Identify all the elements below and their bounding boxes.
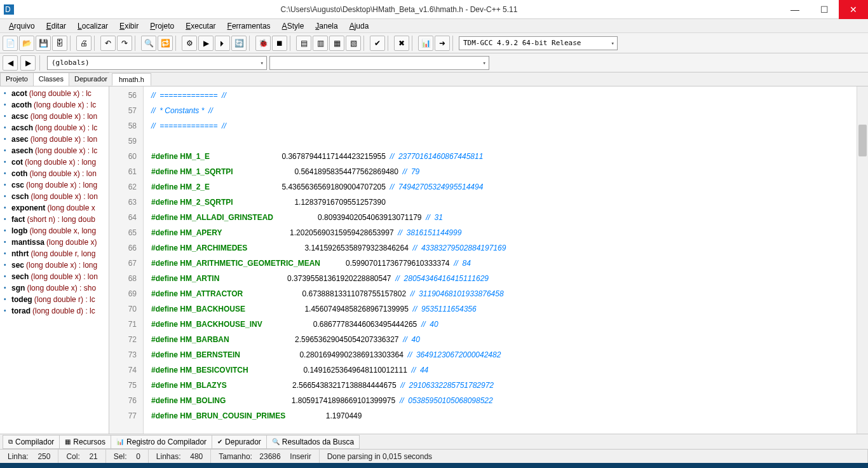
goto-button[interactable]: ➜ xyxy=(435,36,450,51)
symbol-asec[interactable]: asec (long double x) : lon xyxy=(0,134,109,145)
sidebar-tabs: ProjetoClassesDepurador xyxy=(0,72,109,86)
menu-arquivo[interactable]: Arquivo xyxy=(4,20,40,32)
editor-area: hmath.h 56575859606162636465666768697071… xyxy=(109,72,868,434)
symbol-exponent[interactable]: exponent (long double x xyxy=(0,202,109,214)
rebuild-button[interactable]: 🔄 xyxy=(231,36,247,51)
status-parse: Done parsing in 0,015 seconds xyxy=(320,450,868,463)
back-button[interactable]: ◀ xyxy=(3,55,18,71)
scope-selector[interactable]: (globals) xyxy=(47,56,267,70)
main-toolbar: 📄 📂 💾 🗄 🖨 ↶ ↷ 🔍 🔁 ⚙ ▶ ⏵ 🔄 🐞 ⏹ ▤ ▥ ▦ ▧ ✔ … xyxy=(0,33,868,53)
status-bar: Linha: 250 Col: 21 Sel: 0 Linhas: 480 Ta… xyxy=(0,449,868,463)
symbol-asech[interactable]: asech (long double x) : lc xyxy=(0,145,109,156)
maximize-button[interactable]: ☐ xyxy=(810,0,839,19)
symbol-acot[interactable]: acot (long double x) : lc xyxy=(0,88,109,99)
minimize-button[interactable]: — xyxy=(780,0,810,19)
sidebar: ProjetoClassesDepurador acot (long doubl… xyxy=(0,72,109,434)
status-linha: Linha: 250 xyxy=(0,450,58,463)
vertical-scrollbar[interactable] xyxy=(857,86,868,434)
bottom-tab-resultados-da-busca[interactable]: 🔍Resultados da Busca xyxy=(266,435,360,449)
symbol-cot[interactable]: cot (long double x) : long xyxy=(0,156,109,168)
open-button[interactable]: 📂 xyxy=(19,36,34,51)
compile-button[interactable]: ⚙ xyxy=(182,36,197,51)
class-browser[interactable]: acot (long double x) : lcacoth (long dou… xyxy=(0,86,109,434)
new-file-button[interactable]: 📄 xyxy=(3,36,18,51)
menu-ajuda[interactable]: Ajuda xyxy=(344,20,374,32)
profile-button[interactable]: 📊 xyxy=(418,36,433,51)
menu-editar[interactable]: Editar xyxy=(41,20,71,32)
symbol-csc[interactable]: csc (long double x) : long xyxy=(0,179,109,191)
sidebar-tab-depurador[interactable]: Depurador xyxy=(69,72,113,86)
app-icon: D xyxy=(0,4,18,15)
status-col: Col: 21 xyxy=(58,450,105,463)
menu-exibir[interactable]: Exibir xyxy=(114,20,144,32)
symbol-acoth[interactable]: acoth (long double x) : lc xyxy=(0,99,109,111)
window-title: C:\Users\Augusto\Desktop\HMath_Beta_v1.6… xyxy=(18,5,780,14)
taskbar xyxy=(0,463,868,468)
bottom-panel-tabs: ⧉Compilador▦Recursos📊Registro do Compila… xyxy=(0,434,868,449)
member-selector[interactable] xyxy=(269,56,489,70)
symbol-logb[interactable]: logb (long double x, long xyxy=(0,225,109,237)
save-all-button[interactable]: 🗄 xyxy=(52,36,67,51)
layout2-button[interactable]: ▥ xyxy=(313,36,328,51)
symbol-mantissa[interactable]: mantissa (long double x) xyxy=(0,237,109,248)
line-gutter: 5657585960616263646566676869707172737475… xyxy=(109,86,144,434)
symbol-sec[interactable]: sec (long double x) : long xyxy=(0,259,109,271)
symbol-csch[interactable]: csch (long double x) : lon xyxy=(0,191,109,202)
layout1-button[interactable]: ▤ xyxy=(296,36,311,51)
bottom-tab-depurador[interactable]: ✔Depurador xyxy=(212,435,267,449)
save-button[interactable]: 💾 xyxy=(36,36,51,51)
sidebar-tab-classes[interactable]: Classes xyxy=(33,72,69,86)
status-sel: Sel: 0 xyxy=(106,450,149,463)
print-button[interactable]: 🖨 xyxy=(76,36,92,51)
menu-ferramentas[interactable]: Ferramentas xyxy=(222,20,276,32)
forward-button[interactable]: ▶ xyxy=(20,55,36,71)
close-button[interactable]: ✕ xyxy=(839,0,868,19)
menu-janela[interactable]: Janela xyxy=(310,20,342,32)
symbol-acsch[interactable]: acsch (long double x) : lc xyxy=(0,122,109,134)
compiler-selector[interactable]: TDM-GCC 4.9.2 64-bit Release xyxy=(459,36,618,50)
redo-button[interactable]: ↷ xyxy=(117,36,132,51)
symbol-coth[interactable]: coth (long double x) : lon xyxy=(0,168,109,179)
symbol-torad[interactable]: torad (long double d) : lc xyxy=(0,305,109,317)
menu-projeto[interactable]: Projeto xyxy=(145,20,179,32)
editor-tabs: hmath.h xyxy=(109,72,868,86)
code-editor[interactable]: 5657585960616263646566676869707172737475… xyxy=(109,86,868,434)
check-button[interactable]: ✔ xyxy=(370,36,385,51)
bottom-tab-registro-do-compilador[interactable]: 📊Registro do Compilador xyxy=(111,435,212,449)
run-button[interactable]: ▶ xyxy=(198,36,214,51)
menu-bar: ArquivoEditarLocalizarExibirProjetoExecu… xyxy=(0,19,868,33)
scope-toolbar: ◀ ▶ (globals) xyxy=(0,53,868,72)
menu-localizar[interactable]: Localizar xyxy=(72,20,113,32)
symbol-todeg[interactable]: todeg (long double r) : lc xyxy=(0,294,109,305)
main-area: ProjetoClassesDepurador acot (long doubl… xyxy=(0,72,868,434)
bottom-tab-compilador[interactable]: ⧉Compilador xyxy=(3,435,60,449)
bottom-tab-recursos[interactable]: ▦Recursos xyxy=(59,435,111,449)
symbol-nthrt[interactable]: nthrt (long double r, long xyxy=(0,248,109,259)
svg-text:D: D xyxy=(5,5,11,14)
debug-button[interactable]: 🐞 xyxy=(255,36,271,51)
menu-executar[interactable]: Executar xyxy=(180,20,220,32)
code-content[interactable]: // ============= //// * Constants * ////… xyxy=(144,86,857,434)
title-bar: D C:\Users\Augusto\Desktop\HMath_Beta_v1… xyxy=(0,0,868,19)
editor-tab-hmath[interactable]: hmath.h xyxy=(112,73,151,86)
symbol-sgn[interactable]: sgn (long double x) : sho xyxy=(0,282,109,294)
compile-run-button[interactable]: ⏵ xyxy=(215,36,230,51)
symbol-acsc[interactable]: acsc (long double x) : lon xyxy=(0,111,109,122)
symbol-sech[interactable]: sech (long double x) : lon xyxy=(0,271,109,282)
undo-button[interactable]: ↶ xyxy=(100,36,116,51)
symbol-fact[interactable]: fact (short n) : long doub xyxy=(0,214,109,225)
cancel-button[interactable]: ✖ xyxy=(394,36,409,51)
scrollbar-thumb[interactable] xyxy=(858,125,867,156)
menu-astyle[interactable]: AStyle xyxy=(277,20,309,32)
replace-button[interactable]: 🔁 xyxy=(158,36,173,51)
sidebar-tab-projeto[interactable]: Projeto xyxy=(0,72,34,86)
status-linhas: Linhas: 480 xyxy=(149,450,211,463)
status-tamanho: Tamanho: 23686 Inserir xyxy=(211,450,319,463)
layout3-button[interactable]: ▦ xyxy=(329,36,344,51)
stop-button[interactable]: ⏹ xyxy=(272,36,287,51)
layout4-button[interactable]: ▧ xyxy=(346,36,361,51)
find-button[interactable]: 🔍 xyxy=(141,36,156,51)
